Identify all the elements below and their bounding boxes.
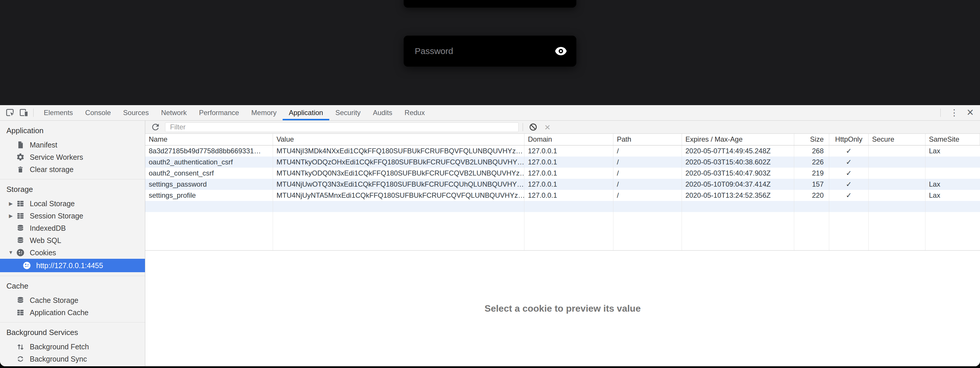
table-icon — [16, 199, 25, 208]
empty-table-row — [145, 201, 980, 212]
sidebar-section-background-services: Background Services Background Fetch — [0, 322, 145, 366]
cookies-table: Name Value Domain Path Expires / Max-Age… — [145, 134, 980, 251]
chevron-down-icon[interactable]: ▼ — [6, 250, 15, 256]
sidebar-item-cookies-origin[interactable]: http://127.0.0.1:4455 — [0, 259, 145, 272]
column-header-httponly[interactable]: HttpOnly — [829, 134, 869, 145]
filter-input[interactable] — [165, 122, 519, 132]
sidebar-section-application: Application Manifest — [0, 121, 145, 179]
sync-icon — [16, 354, 25, 364]
show-password-icon[interactable] — [554, 46, 568, 56]
sidebar-item-cache-storage[interactable]: Cache Storage — [0, 294, 145, 306]
sidebar-item-service-workers[interactable]: Service Workers — [0, 151, 145, 163]
httponly-checkmark: ✓ — [829, 190, 869, 201]
sidebar-section-storage: Storage ▶ Local Storage ▶ — [0, 179, 145, 276]
clear-filter-icon[interactable]: × — [544, 122, 550, 132]
tab-audits[interactable]: Audits — [367, 105, 398, 120]
sidebar-item-web-sql[interactable]: Web SQL — [0, 234, 145, 246]
httponly-checkmark: ✓ — [829, 179, 869, 190]
database-icon — [16, 296, 25, 305]
database-icon — [16, 236, 25, 245]
gear-icon — [16, 152, 25, 162]
table-row[interactable]: oauth2_consent_csrf MTU4NTkyODQ0N3xEdi1C… — [145, 168, 980, 179]
tab-elements[interactable]: Elements — [38, 105, 79, 120]
devtools-tabbar: Elements Console Sources Network Perform… — [0, 105, 980, 121]
column-header-value[interactable]: Value — [273, 134, 524, 145]
tabbar-divider — [33, 109, 33, 117]
password-input[interactable] — [404, 36, 554, 67]
tab-application[interactable]: Application — [283, 105, 329, 120]
table-filler-area — [145, 212, 980, 250]
section-title-application: Application — [0, 122, 145, 139]
tabbar-right-controls: ⋮ × — [936, 106, 980, 119]
column-header-domain[interactable]: Domain — [524, 134, 613, 145]
column-header-samesite[interactable]: SameSite — [926, 134, 980, 145]
tab-security[interactable]: Security — [329, 105, 367, 120]
cookies-toolbar: × — [145, 121, 980, 134]
column-header-name[interactable]: Name — [145, 134, 273, 145]
chevron-right-icon[interactable]: ▶ — [6, 213, 15, 219]
up-down-arrows-icon — [16, 342, 25, 351]
sidebar-item-indexeddb[interactable]: IndexedDB — [0, 222, 145, 234]
table-header-row: Name Value Domain Path Expires / Max-Age… — [145, 134, 980, 146]
webpage-background — [0, 0, 980, 105]
sidebar-item-background-fetch[interactable]: Background Fetch — [0, 341, 145, 353]
close-devtools-icon[interactable]: × — [964, 106, 980, 119]
column-header-expires[interactable]: Expires / Max-Age — [682, 134, 794, 145]
trash-icon — [16, 165, 25, 174]
table-row[interactable]: oauth2_authentication_csrf MTU4NTkyODQzO… — [145, 157, 980, 168]
httponly-checkmark: ✓ — [829, 146, 869, 157]
inspect-element-icon[interactable] — [5, 107, 15, 118]
truncated-text-field[interactable] — [404, 0, 576, 8]
tab-console[interactable]: Console — [79, 105, 117, 120]
tab-network[interactable]: Network — [155, 105, 193, 120]
column-header-secure[interactable]: Secure — [869, 134, 926, 145]
database-icon — [16, 223, 25, 233]
sidebar-item-background-sync[interactable]: Background Sync — [0, 353, 145, 365]
table-row[interactable]: settings_profile MTU4NjUyNTA5MnxEdi1CQkF… — [145, 190, 980, 201]
cookies-panel: × Name Value Domain Path Expires / Max-A… — [145, 121, 980, 366]
sidebar-item-clear-storage[interactable]: Clear storage — [0, 163, 145, 176]
toggle-device-toolbar-icon[interactable] — [19, 107, 29, 118]
sidebar-item-session-storage[interactable]: ▶ Session Storage — [0, 210, 145, 222]
sidebar-item-manifest[interactable]: Manifest — [0, 139, 145, 151]
section-title-background-services: Background Services — [0, 324, 145, 341]
table-row[interactable]: settings_password MTU4NjUwOTQ3N3xEdi1CQk… — [145, 179, 980, 190]
application-sidebar: Application Manifest — [0, 121, 145, 366]
column-header-size[interactable]: Size — [794, 134, 829, 145]
httponly-checkmark: ✓ — [829, 157, 869, 168]
refresh-icon[interactable] — [151, 122, 161, 132]
sidebar-item-cookies[interactable]: ▼ Cookies — [0, 246, 145, 259]
table-icon — [16, 211, 25, 221]
column-header-path[interactable]: Path — [613, 134, 682, 145]
sidebar-section-cache: Cache Cache Storage — [0, 276, 145, 322]
preview-placeholder-message: Select a cookie to preview its value — [484, 303, 641, 314]
section-title-storage: Storage — [0, 181, 145, 197]
tab-performance[interactable]: Performance — [193, 105, 245, 120]
password-field-container — [404, 36, 576, 67]
sidebar-item-application-cache[interactable]: Application Cache — [0, 306, 145, 318]
httponly-checkmark: ✓ — [829, 168, 869, 179]
tab-sources[interactable]: Sources — [117, 105, 155, 120]
clear-all-cookies-icon[interactable] — [529, 123, 538, 131]
cookie-icon — [16, 248, 25, 257]
sidebar-item-notifications[interactable]: Notifications — [0, 365, 145, 366]
file-icon — [16, 140, 25, 150]
tab-redux[interactable]: Redux — [398, 105, 431, 120]
tab-memory[interactable]: Memory — [245, 105, 283, 120]
kebab-menu-icon[interactable]: ⋮ — [945, 108, 964, 117]
table-icon — [16, 308, 25, 317]
cookie-preview-pane: Select a cookie to preview its value — [145, 251, 980, 366]
cookie-icon — [22, 261, 32, 270]
section-title-cache: Cache — [0, 278, 145, 294]
screen: Elements Console Sources Network Perform… — [0, 0, 980, 368]
toolbar-divider — [523, 123, 523, 131]
devtools-panel: Elements Console Sources Network Perform… — [0, 105, 980, 366]
table-row[interactable]: 8a3d27185b49d7758d8bb669331… MTU4NjI3MDk… — [145, 146, 980, 157]
sidebar-item-local-storage[interactable]: ▶ Local Storage — [0, 197, 145, 210]
chevron-right-icon[interactable]: ▶ — [6, 201, 15, 207]
